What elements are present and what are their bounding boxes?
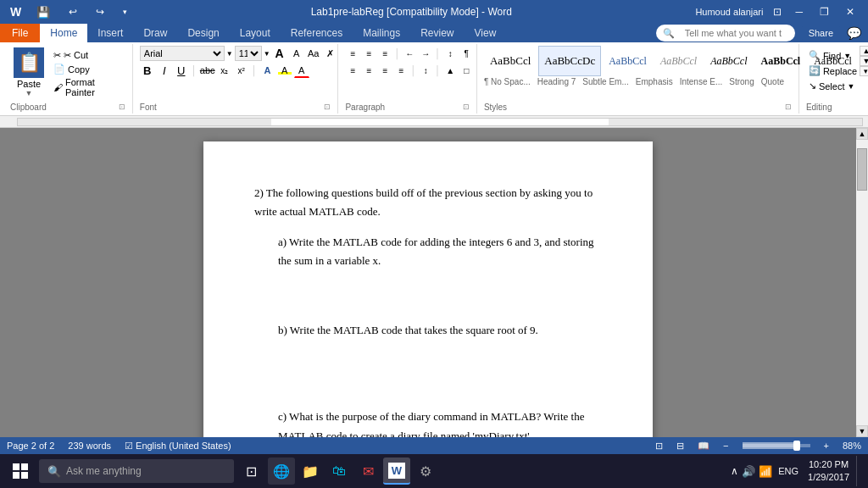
taskbar-icon-word[interactable]: W [383, 458, 410, 485]
multilevel-list-button[interactable]: ≡ [377, 46, 392, 61]
tab-references[interactable]: References [281, 24, 353, 42]
taskbar-search-icon: 🔍 [47, 465, 61, 478]
language-indicator[interactable]: ☑ English (United States) [125, 441, 231, 452]
replace-button[interactable]: 🔄 Replace [806, 64, 860, 77]
zoom-out-button[interactable]: − [723, 441, 728, 451]
undo-button[interactable]: ↩ [62, 3, 84, 21]
language-tray[interactable]: ENG [776, 466, 801, 476]
paste-button[interactable]: 📋 Paste ▼ [10, 46, 47, 99]
tab-home[interactable]: Home [40, 24, 87, 42]
comment-icon[interactable]: 💬 [847, 26, 861, 40]
scroll-up-button[interactable]: ▲ [856, 128, 868, 140]
styles-group-label: Styles [484, 101, 507, 114]
border-button[interactable]: □ [459, 63, 474, 78]
web-layout-view[interactable]: ⊟ [676, 441, 684, 452]
format-painter-button[interactable]: 🖌 Format Painter [51, 76, 125, 98]
close-button[interactable]: ✕ [839, 3, 861, 21]
style-emphasis[interactable]: AaBbCcl [704, 46, 753, 76]
justify-button[interactable]: ≡ [393, 63, 409, 78]
paste-dropdown-icon[interactable]: ▼ [25, 89, 33, 97]
tab-view[interactable]: View [465, 24, 507, 42]
taskbar-search[interactable]: 🔍 Ask me anything [39, 459, 234, 483]
windows-start-button[interactable] [3, 454, 37, 488]
show-desktop-button[interactable] [856, 456, 861, 486]
text-effects-button[interactable]: A [260, 63, 275, 78]
taskbar-icon-store[interactable]: 🛍 [326, 458, 353, 485]
task-view-button[interactable]: ⊡ [236, 456, 266, 486]
print-layout-view[interactable]: ⊡ [655, 441, 663, 452]
copy-button[interactable]: 📄 Copy [51, 63, 125, 75]
strikethrough-button[interactable]: abc [200, 63, 215, 78]
bold-button[interactable]: B [140, 63, 155, 78]
tab-file[interactable]: File [0, 24, 40, 42]
scroll-thumb[interactable] [857, 148, 867, 191]
shrink-font-button[interactable]: A [289, 46, 304, 61]
find-button[interactable]: 🔍 Find ▼ [806, 49, 854, 62]
align-left-button[interactable]: ≡ [345, 63, 360, 78]
volume-icon[interactable]: 🔊 [742, 465, 755, 478]
numbered-list-button[interactable]: ≡ [361, 46, 376, 61]
change-case-button[interactable]: Aa [306, 46, 321, 61]
clear-format-button[interactable]: ✗ [323, 46, 338, 61]
redo-button[interactable]: ↪ [89, 3, 111, 21]
tab-review[interactable]: Review [410, 24, 464, 42]
font-expander[interactable]: ⊡ [324, 103, 331, 111]
mail-icon: ✉ [363, 463, 374, 480]
underline-button[interactable]: U [174, 63, 189, 78]
tab-design[interactable]: Design [177, 24, 229, 42]
align-right-button[interactable]: ≡ [377, 63, 392, 78]
superscript-button[interactable]: x² [234, 63, 249, 78]
font-color-button[interactable]: A [294, 63, 309, 78]
zoom-in-button[interactable]: + [824, 441, 829, 451]
zoom-slider[interactable] [743, 444, 810, 447]
tab-insert[interactable]: Insert [87, 24, 133, 42]
scroll-down-button[interactable]: ▼ [856, 425, 868, 437]
font-size-select[interactable]: 11 [235, 46, 262, 61]
tab-mailings[interactable]: Mailings [353, 24, 410, 42]
share-button[interactable]: Share [802, 25, 840, 42]
style-aabbccdc[interactable]: AaBbCcDc [538, 46, 601, 76]
select-dropdown[interactable]: ▼ [847, 82, 854, 91]
maximize-button[interactable]: ❐ [813, 3, 836, 21]
customize-quick-access[interactable]: ▾ [116, 4, 134, 19]
style-heading7[interactable]: AaBbCcl [603, 46, 653, 76]
taskbar-icon-edge[interactable]: 🌐 [268, 458, 295, 485]
increase-indent-button[interactable]: → [418, 46, 433, 61]
align-center-button[interactable]: ≡ [361, 63, 376, 78]
show-formatting-button[interactable]: ¶ [459, 46, 474, 61]
tab-draw[interactable]: Draw [133, 24, 177, 42]
notification-chevron[interactable]: ∧ [731, 465, 738, 477]
tell-me-input[interactable] [678, 25, 788, 42]
line-spacing-button[interactable]: ↕ [418, 63, 433, 78]
styles-expander[interactable]: ⊡ [785, 103, 792, 111]
word-icon: W [388, 463, 405, 479]
taskbar-icon-mail[interactable]: ✉ [354, 458, 381, 485]
bullets-button[interactable]: ≡ [345, 46, 360, 61]
page-count: Page 2 of 2 [7, 441, 54, 451]
sort-button[interactable]: ↕ [442, 46, 458, 61]
minimize-button[interactable]: ─ [788, 3, 810, 21]
grow-font-button[interactable]: A [272, 46, 287, 61]
save-button[interactable]: 💾 [30, 3, 57, 22]
italic-button[interactable]: I [157, 63, 172, 78]
find-dropdown[interactable]: ▼ [843, 52, 851, 60]
tab-layout[interactable]: Layout [230, 24, 281, 42]
taskbar-icon-explorer[interactable]: 📁 [297, 458, 324, 485]
edge-icon: 🌐 [273, 463, 290, 480]
style-subtle-em[interactable]: AaBbCcl [654, 46, 703, 76]
paragraph-expander[interactable]: ⊡ [463, 103, 470, 111]
select-button[interactable]: ↘ Select ▼ [806, 80, 858, 92]
read-mode-view[interactable]: 📖 [698, 441, 709, 452]
cut-button[interactable]: ✂ ✂ Cut [51, 49, 125, 62]
style-aabbccl1[interactable]: AaBbCcl [484, 46, 537, 76]
text-highlight-button[interactable]: A [277, 63, 292, 78]
shading-button[interactable]: ▲ [442, 63, 458, 78]
find-icon: 🔍 [809, 50, 821, 61]
font-name-select[interactable]: Arial [140, 46, 225, 61]
network-icon[interactable]: 📶 [759, 465, 772, 478]
decrease-indent-button[interactable]: ← [402, 46, 417, 61]
taskbar-icon-settings[interactable]: ⚙ [412, 458, 439, 485]
clock-date[interactable]: 10:20 PM 1/29/2017 [804, 458, 853, 485]
clipboard-expander[interactable]: ⊡ [119, 103, 125, 111]
subscript-button[interactable]: x₂ [217, 63, 232, 78]
